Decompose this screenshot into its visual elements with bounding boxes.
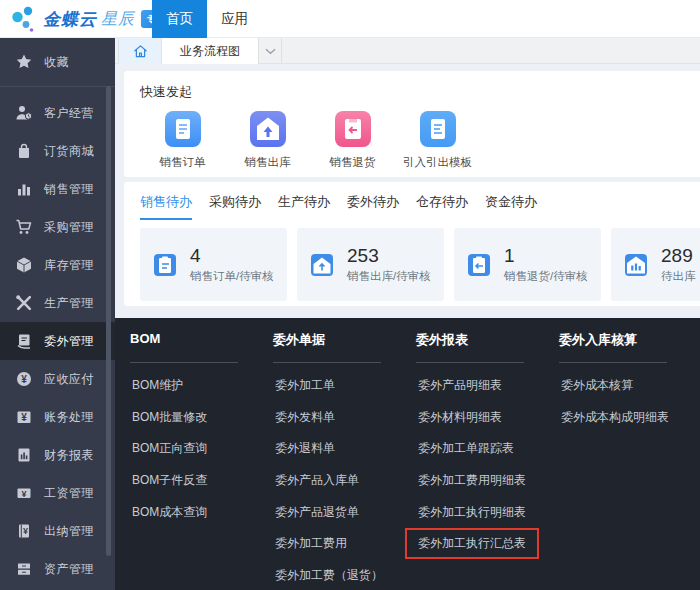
stat-card-待出库[interactable]: 289待出库 bbox=[611, 228, 700, 301]
quick-launch-销售退货[interactable]: 销售退货 bbox=[310, 111, 395, 170]
menu-item-委外产品退货单[interactable]: 委外产品退货单 bbox=[273, 496, 416, 528]
sidebar-nav: 收藏客户经营订货商城销售管理采购管理库存管理生产管理委外管理¥应收应付¥账务处理… bbox=[0, 38, 115, 590]
sidebar-item-label: 工资管理 bbox=[44, 485, 94, 502]
sidebar-item-订货商城[interactable]: 订货商城 bbox=[0, 132, 115, 170]
home-tab[interactable] bbox=[118, 38, 162, 64]
stat-text: 4销售订单/待审核 bbox=[190, 245, 274, 284]
menu-item-label: BOM子件反查 bbox=[119, 465, 220, 496]
quick-launch-销售订单[interactable]: 销售订单 bbox=[140, 111, 225, 170]
quick-launch-row: 销售订单销售出库销售退货引入引出模板 bbox=[140, 111, 700, 170]
todo-tab-采购待办[interactable]: 采购待办 bbox=[209, 193, 261, 220]
stat-card-销售出库/待审核[interactable]: 253销售出库/待审核 bbox=[297, 228, 444, 301]
stat-text: 253销售出库/待审核 bbox=[347, 245, 431, 284]
menu-item-label: BOM维护 bbox=[119, 370, 196, 401]
menu-item-BOM批量修改[interactable]: BOM批量修改 bbox=[130, 402, 273, 434]
stat-value: 253 bbox=[347, 245, 431, 266]
menu-item-label: 委外退料单 bbox=[262, 433, 348, 464]
menu-item-BOM子件反查[interactable]: BOM子件反查 bbox=[130, 465, 273, 497]
stat-card-销售订单/待审核[interactable]: 4销售订单/待审核 bbox=[140, 228, 287, 301]
header-tab-首页[interactable]: 首页 bbox=[152, 0, 207, 38]
svg-text:¥: ¥ bbox=[21, 374, 27, 385]
cube-icon bbox=[15, 256, 33, 274]
menu-item-委外发料单[interactable]: 委外发料单 bbox=[273, 402, 416, 434]
outsource-mega-menu: BOMBOM维护BOM批量修改BOM正向查询BOM子件反查BOM成本查询委外单据… bbox=[115, 318, 700, 590]
sidebar-item-销售管理[interactable]: 销售管理 bbox=[0, 170, 115, 208]
menu-item-BOM正向查询[interactable]: BOM正向查询 bbox=[130, 433, 273, 465]
quick-launch-引入引出模板[interactable]: 引入引出模板 bbox=[395, 111, 480, 170]
sidebar-item-委外管理[interactable]: 委外管理 bbox=[0, 322, 115, 360]
sidebar-item-label: 财务报表 bbox=[44, 447, 94, 464]
quick-launch-销售出库[interactable]: 销售出库 bbox=[225, 111, 310, 170]
menu-column-divider bbox=[130, 362, 238, 363]
sidebar-item-出纳管理[interactable]: ¥出纳管理 bbox=[0, 512, 115, 550]
menu-item-label: 委外产品明细表 bbox=[405, 370, 515, 401]
menu-item-委外加工执行明细表[interactable]: 委外加工执行明细表 bbox=[416, 496, 559, 528]
sidebar-item-label: 出纳管理 bbox=[44, 523, 94, 540]
menu-column-header: 委外入库核算 bbox=[559, 331, 700, 353]
menu-item-委外加工费（退货）[interactable]: 委外加工费（退货） bbox=[273, 560, 416, 590]
menu-item-委外产品明细表[interactable]: 委外产品明细表 bbox=[416, 370, 559, 402]
todo-tab-生产待办[interactable]: 生产待办 bbox=[278, 193, 330, 220]
menu-column-委外单据: 委外单据委外加工单委外发料单委外退料单委外产品入库单委外产品退货单委外加工费用委… bbox=[273, 331, 416, 590]
cart-icon bbox=[15, 218, 33, 236]
menu-item-委外加工单跟踪表[interactable]: 委外加工单跟踪表 bbox=[416, 433, 559, 465]
svg-text:¥: ¥ bbox=[21, 489, 26, 499]
sidebar-item-客户经营[interactable]: 客户经营 bbox=[0, 94, 115, 132]
sidebar-item-label: 销售管理 bbox=[44, 181, 94, 198]
menu-item-委外加工单[interactable]: 委外加工单 bbox=[273, 370, 416, 402]
todo-tab-销售待办[interactable]: 销售待办 bbox=[140, 193, 192, 220]
menu-column-委外入库核算: 委外入库核算委外成本核算委外成本构成明细表 bbox=[559, 331, 700, 590]
tab-business-flow[interactable]: 业务流程图 bbox=[162, 38, 258, 64]
menu-item-委外加工费用明细表[interactable]: 委外加工费用明细表 bbox=[416, 465, 559, 497]
sidebar-item-label: 生产管理 bbox=[44, 295, 94, 312]
menu-item-BOM成本查询[interactable]: BOM成本查询 bbox=[130, 496, 273, 528]
menu-item-label: 委外加工执行明细表 bbox=[405, 497, 539, 528]
stat-label: 销售订单/待审核 bbox=[190, 269, 274, 284]
sidebar-item-采购管理[interactable]: 采购管理 bbox=[0, 208, 115, 246]
sidebar-item-资产管理[interactable]: 资产管理 bbox=[0, 550, 115, 588]
menu-item-label: 委外产品入库单 bbox=[262, 465, 372, 496]
tab-dropdown-button[interactable] bbox=[258, 38, 282, 64]
todo-tab-仓存待办[interactable]: 仓存待办 bbox=[416, 193, 468, 220]
sidebar-item-工资管理[interactable]: ¥工资管理 bbox=[0, 474, 115, 512]
todo-tab-资金待办[interactable]: 资金待办 bbox=[485, 193, 537, 220]
todo-tab-委外待办[interactable]: 委外待办 bbox=[347, 193, 399, 220]
sidebar-item-财务报表[interactable]: 财务报表 bbox=[0, 436, 115, 474]
menu-item-委外退料单[interactable]: 委外退料单 bbox=[273, 433, 416, 465]
sidebar-divider bbox=[0, 86, 115, 87]
menu-column-header: 委外报表 bbox=[416, 331, 559, 353]
doc-icon bbox=[165, 111, 201, 147]
warehouse-icon bbox=[250, 111, 286, 147]
menu-item-label: BOM批量修改 bbox=[119, 402, 220, 433]
return-box-icon bbox=[335, 111, 371, 147]
menu-column-header: BOM bbox=[130, 331, 273, 353]
menu-item-委外产品入库单[interactable]: 委外产品入库单 bbox=[273, 465, 416, 497]
report-icon bbox=[15, 446, 33, 464]
sidebar-scrollbar[interactable] bbox=[106, 86, 111, 556]
outsource-icon bbox=[15, 332, 33, 350]
stat-value: 289 bbox=[661, 245, 696, 266]
stat-text: 1销售退货/待审核 bbox=[504, 245, 588, 284]
stat-value: 1 bbox=[504, 245, 588, 266]
menu-column-BOM: BOMBOM维护BOM批量修改BOM正向查询BOM子件反查BOM成本查询 bbox=[130, 331, 273, 590]
menu-item-label: 委外成本构成明细表 bbox=[548, 402, 682, 433]
quick-launch-title: 快速发起 bbox=[140, 83, 700, 101]
menu-item-委外成本构成明细表[interactable]: 委外成本构成明细表 bbox=[559, 402, 700, 434]
todo-card: 销售待办采购待办生产待办委外待办仓存待办资金待办 4销售订单/待审核253销售出… bbox=[124, 182, 700, 306]
sidebar-item-应收应付[interactable]: ¥应收应付 bbox=[0, 360, 115, 398]
menu-column-header: 委外单据 bbox=[273, 331, 416, 353]
menu-item-BOM维护[interactable]: BOM维护 bbox=[130, 370, 273, 402]
sidebar-item-label: 收藏 bbox=[44, 54, 69, 71]
menu-item-委外成本核算[interactable]: 委外成本核算 bbox=[559, 370, 700, 402]
sidebar-item-收藏[interactable]: 收藏 bbox=[0, 41, 115, 83]
stat-card-销售退货/待审核[interactable]: 1销售退货/待审核 bbox=[454, 228, 601, 301]
menu-item-委外加工费用[interactable]: 委外加工费用 bbox=[273, 528, 416, 560]
sidebar-item-生产管理[interactable]: 生产管理 bbox=[0, 284, 115, 322]
header-tab-应用[interactable]: 应用 bbox=[207, 0, 262, 38]
clipboard-return-icon bbox=[466, 252, 492, 278]
menu-item-label: 委外发料单 bbox=[262, 402, 348, 433]
sidebar-item-库存管理[interactable]: 库存管理 bbox=[0, 246, 115, 284]
sidebar-item-账务处理[interactable]: ¥账务处理 bbox=[0, 398, 115, 436]
menu-item-委外材料明细表[interactable]: 委外材料明细表 bbox=[416, 402, 559, 434]
menu-item-委外加工执行汇总表[interactable]: 委外加工执行汇总表 bbox=[416, 528, 559, 560]
